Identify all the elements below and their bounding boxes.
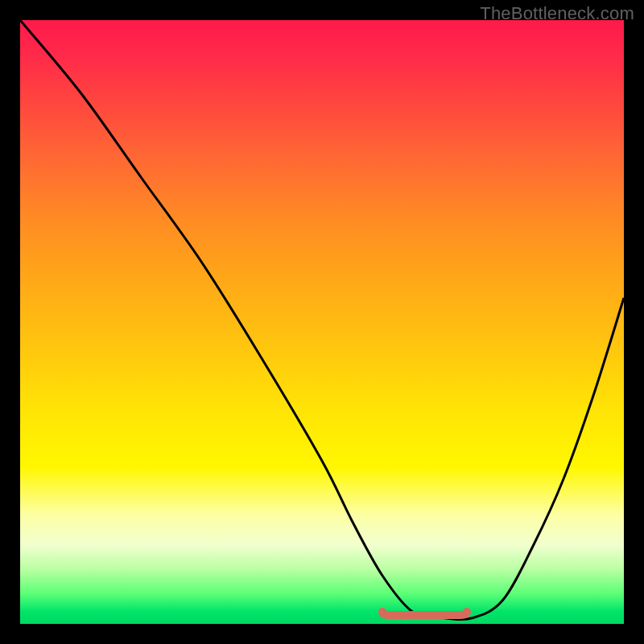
flat-segment	[382, 612, 467, 615]
watermark-text: TheBottleneck.com	[480, 3, 634, 24]
plot-area	[20, 20, 624, 624]
chart-container: TheBottleneck.com	[0, 0, 644, 644]
chart-svg	[20, 20, 624, 624]
main-curve	[20, 20, 624, 619]
